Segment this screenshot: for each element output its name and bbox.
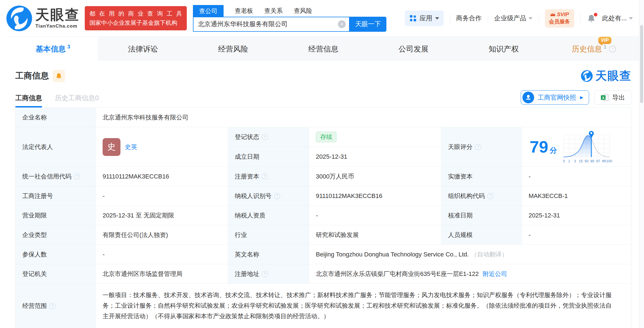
business-cooperation-link[interactable]: 商务合作 xyxy=(456,14,482,23)
tianyancha-logo[interactable]: 天眼查 TianYanCha.com xyxy=(6,6,80,31)
field-value-paid-in-capital: - xyxy=(522,167,631,186)
tab-operating-risk[interactable]: 经营风险 xyxy=(188,37,278,61)
chevron-down-icon xyxy=(435,17,439,19)
english-name-text: Beijing Tongzhou Donghua Technology Serv… xyxy=(316,251,469,258)
field-value-industry: 研究和试验发展 xyxy=(309,225,441,245)
search-button[interactable]: 天眼一下 xyxy=(350,17,386,32)
help-icon[interactable]: ? xyxy=(262,173,268,180)
business-cooperation-label: 商务合作 xyxy=(456,14,482,23)
nearby-companies-link[interactable]: 附近公司 xyxy=(483,270,507,278)
svg-text:100: 100 xyxy=(606,159,612,163)
field-value-insured-count: - xyxy=(96,245,228,264)
field-value-taxpayer-id: 91110112MAK3ECCB16 xyxy=(309,186,441,206)
tab-basic-info[interactable]: 基本信息 3 xyxy=(8,37,98,61)
field-label-company-name: 企业名称 xyxy=(16,108,96,127)
help-icon[interactable]: ? xyxy=(475,144,481,150)
field-value-business-scope: 一般项目：技术服务、技术开发、技术咨询、技术交流、技术转让、技术推广；新材料技术… xyxy=(96,284,631,328)
notification-dot xyxy=(594,13,597,16)
score-distribution-chart: 0 1 3 15 50 85 97 99 100 xyxy=(561,129,612,165)
apps-menu[interactable]: 应用 xyxy=(405,11,444,26)
field-value-tianyan-score[interactable]: 79 分 xyxy=(522,127,631,167)
field-value-staff-size: - xyxy=(522,225,631,245)
divider xyxy=(488,14,488,23)
tab-label: 经营信息 xyxy=(308,44,338,54)
tab-legal-litigation[interactable]: 法律诉讼 xyxy=(98,37,188,61)
tab-company-development[interactable]: 公司发展 xyxy=(369,37,459,61)
label-text: 人员规模 xyxy=(448,231,473,239)
divider xyxy=(450,14,450,23)
tab-intellectual-property[interactable]: 知识产权 xyxy=(459,37,549,61)
chevron-down-icon xyxy=(529,17,532,19)
clear-icon[interactable]: × xyxy=(338,20,346,28)
user-menu[interactable]: 此处有... xyxy=(602,14,633,23)
help-icon[interactable]: ? xyxy=(262,134,268,140)
help-icon[interactable]: ? xyxy=(49,303,55,309)
field-label-registration-authority: 登记机关 xyxy=(16,264,96,284)
tianyancha-watermark: 天眼查 xyxy=(581,68,631,84)
tab-operating-info[interactable]: 经营信息 xyxy=(278,37,368,61)
label-text: 登记机关 xyxy=(22,270,47,278)
search-input[interactable] xyxy=(193,20,349,28)
scrollbar-thumb[interactable] xyxy=(640,25,643,103)
search-tab-risk[interactable]: 查风险 xyxy=(294,5,312,17)
help-icon[interactable]: ? xyxy=(262,271,268,277)
field-label-english-name: 英文名称 xyxy=(228,245,309,264)
business-info-table: 企业名称 北京通州东华科技服务有限公司 法定代表人 史 史英 登记状态 ? 存续 xyxy=(15,107,631,328)
search-tab-boss[interactable]: 查老板 xyxy=(235,5,253,17)
label-text: 组织机构代码 xyxy=(448,192,485,200)
label-text: 参保人数 xyxy=(22,250,47,259)
search-tab-relation[interactable]: 查关系 xyxy=(264,5,283,17)
chevron-down-icon xyxy=(629,17,633,19)
help-icon[interactable]: ? xyxy=(274,193,280,199)
official-snapshot-button[interactable]: 工商官网快照 ▶ xyxy=(521,90,589,105)
svg-text:0: 0 xyxy=(563,159,565,163)
label-text: 实缴资本 xyxy=(448,172,473,181)
notifications-bell[interactable] xyxy=(587,14,596,23)
svg-text:15: 15 xyxy=(579,159,583,163)
monitor-bell-icon[interactable] xyxy=(53,70,65,82)
field-label-business-term: 营业期限 xyxy=(16,206,96,225)
scrollbar-track[interactable] xyxy=(639,0,644,328)
stamp-icon xyxy=(522,92,534,103)
svg-text:3: 3 xyxy=(574,159,576,163)
subtab-business-info[interactable]: 工商信息 xyxy=(15,94,42,107)
tab-label: 公司发展 xyxy=(398,44,428,54)
search-row: × 天眼一下 xyxy=(193,17,386,32)
tianyancha-company-page: 天眼查 TianYanCha.com 都在用的商业查询工具 国家中小企业发展子基… xyxy=(0,0,644,328)
help-icon[interactable]: ? xyxy=(609,46,616,52)
avatar[interactable]: 史 xyxy=(103,138,120,156)
field-value-legal-representative: 史 史英 xyxy=(96,127,228,167)
field-value-registration-status: 存续 xyxy=(309,127,441,147)
svip-sublabel: 会员服务 xyxy=(549,18,570,25)
svg-text:99: 99 xyxy=(602,159,606,163)
crown-icon xyxy=(550,13,556,16)
tab-history-info[interactable]: 历史信息 VIP 1 ? xyxy=(549,37,639,61)
search-area: 查公司 查老板 查关系 查风险 × 天眼一下 xyxy=(193,5,386,32)
table-row: 法定代表人 史 史英 登记状态 ? 存续 成立日期 2025-12-31 xyxy=(16,127,631,167)
label-text: 核准日期 xyxy=(448,211,473,220)
search-tab-company[interactable]: 查公司 xyxy=(193,5,224,17)
arrow-right-icon: ▶ xyxy=(580,95,583,100)
subtab-history-business-info[interactable]: 历史工商信息0 xyxy=(55,94,99,107)
business-info-section: 工商信息 天眼查 工商信息 历史工商信息0 xyxy=(8,61,639,328)
svg-text:1: 1 xyxy=(568,159,570,163)
field-label-legal-representative: 法定代表人 xyxy=(16,127,96,167)
label-text: 天眼评分 xyxy=(448,143,473,151)
tab-label: 知识产权 xyxy=(489,44,519,54)
export-button[interactable]: X 导出 xyxy=(594,90,631,105)
svip-label: SVIP xyxy=(557,11,569,18)
field-value-credit-code: 91110112MAK3ECCB16 xyxy=(96,167,228,186)
help-icon[interactable]: ? xyxy=(487,193,493,199)
legal-representative-link[interactable]: 史英 xyxy=(125,143,137,151)
label-text: 纳税人资质 xyxy=(235,211,265,220)
table-actions: 工商官网快照 ▶ X 导出 xyxy=(521,90,631,107)
enterprise-products-link[interactable]: 企业级产品 xyxy=(494,14,532,23)
svip-member-badge[interactable]: SVIP 会员服务 xyxy=(545,9,574,28)
svg-text:50: 50 xyxy=(585,159,589,163)
subtabs-row: 工商信息 历史工商信息0 工商官网快照 ▶ xyxy=(15,90,631,107)
svg-text:X: X xyxy=(602,96,604,100)
tab-label: 经营风险 xyxy=(218,44,248,54)
field-value-establishment-date: 2025-12-31 xyxy=(309,147,441,167)
field-value-business-term: 2025-12-31 至 无固定期限 xyxy=(96,206,228,225)
help-icon[interactable]: ? xyxy=(74,173,80,180)
